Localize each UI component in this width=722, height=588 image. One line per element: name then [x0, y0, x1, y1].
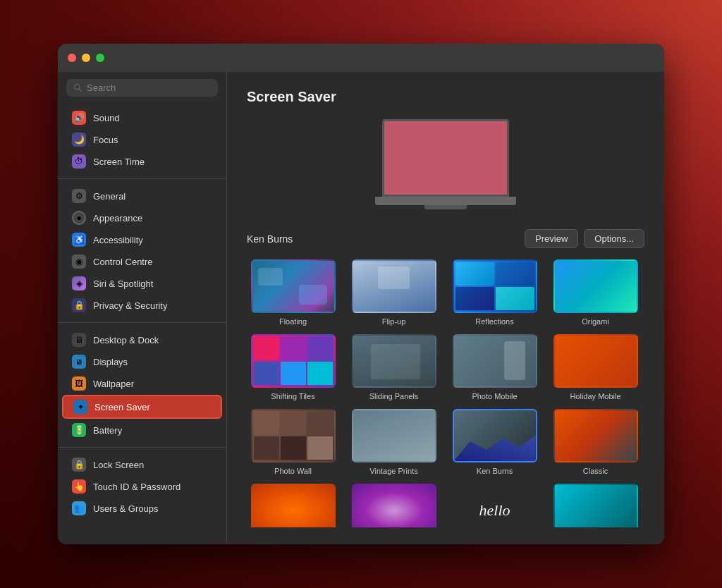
- grid-item-holidaymobile[interactable]: Holiday Mobile: [549, 334, 642, 400]
- control-icon: ◉: [72, 255, 86, 269]
- sidebar-label-touchid: Touch ID & Password: [93, 482, 180, 492]
- users-icon: 👥: [72, 501, 86, 515]
- sidebar-item-users[interactable]: 👥 Users & Groups: [62, 498, 222, 519]
- sidebar-item-focus[interactable]: 🌙 Focus: [62, 129, 222, 150]
- selected-screensaver-name: Ken Burns: [247, 233, 519, 245]
- laptop-screen: [382, 119, 509, 197]
- privacy-icon: 🔒: [72, 298, 86, 312]
- hello-text: hello: [479, 501, 510, 520]
- grid-thumb-row4-4: [553, 484, 638, 527]
- search-bar[interactable]: Search: [66, 79, 218, 97]
- grid-thumb-reflections: [453, 259, 537, 313]
- sidebar-label-displays: Displays: [93, 357, 128, 367]
- sidebar-label-users: Users & Groups: [93, 503, 158, 514]
- grid-item-reflections[interactable]: Reflections: [448, 259, 541, 326]
- sidebar-label-appearance: Appearance: [93, 213, 142, 223]
- grid-thumb-vintage: [352, 409, 436, 463]
- grid-label-floating: Floating: [279, 317, 307, 326]
- sidebar-label-wallpaper: Wallpaper: [93, 379, 134, 389]
- grid-thumb-flipup: [352, 259, 436, 313]
- grid-item-classic[interactable]: Classic: [549, 409, 642, 475]
- sidebar-item-wallpaper[interactable]: 🖼 Wallpaper: [62, 373, 222, 394]
- grid-label-classic: Classic: [583, 467, 608, 475]
- sidebar-item-lockscreen[interactable]: 🔒 Lock Screen: [62, 454, 222, 475]
- sidebar-item-displays[interactable]: 🖥 Displays: [62, 351, 222, 372]
- sidebar: Search 🔊 Sound 🌙 Focus ⏱ Screen Time: [58, 72, 227, 544]
- grid-label-kenburns: Ken Burns: [477, 467, 513, 475]
- minimize-button[interactable]: [82, 54, 90, 62]
- sidebar-label-screensaver: Screen Saver: [94, 402, 150, 412]
- sidebar-item-screensaver[interactable]: ✦ Screen Saver: [62, 395, 222, 419]
- sidebar-item-battery[interactable]: 🔋 Battery: [62, 419, 222, 441]
- sidebar-item-sound[interactable]: 🔊 Sound: [62, 107, 222, 128]
- grid-thumb-sliding: [352, 334, 436, 388]
- options-button[interactable]: Options...: [584, 229, 644, 248]
- grid-item-flipup[interactable]: Flip-up: [348, 259, 440, 326]
- sidebar-item-privacy[interactable]: 🔒 Privacy & Security: [62, 295, 222, 316]
- grid-thumb-origami: [553, 259, 638, 313]
- sidebar-label-desktop: Desktop & Dock: [93, 335, 159, 345]
- content-area: Search 🔊 Sound 🌙 Focus ⏱ Screen Time: [58, 72, 664, 544]
- divider-1: [58, 178, 226, 179]
- grid-item-photowall[interactable]: Photo Wall: [247, 409, 339, 475]
- titlebar: [58, 44, 664, 72]
- maximize-button[interactable]: [96, 54, 104, 62]
- sidebar-label-accessibility: Accessibility: [93, 235, 143, 245]
- grid-thumb-kenburns: [453, 409, 537, 463]
- sidebar-section-last: 🔒 Lock Screen 👆 Touch ID & Password 👥 Us…: [58, 451, 226, 522]
- grid-item-floating[interactable]: Floating: [247, 259, 339, 326]
- grid-item-vintage[interactable]: Vintage Prints: [348, 409, 440, 475]
- grid-item-origami[interactable]: Origami: [549, 259, 642, 326]
- displays-icon: 🖥: [72, 355, 86, 369]
- sidebar-label-lockscreen: Lock Screen: [93, 460, 144, 470]
- grid-label-reflections: Reflections: [475, 317, 513, 326]
- preview-area: [247, 119, 644, 218]
- sidebar-item-screentime[interactable]: ⏱ Screen Time: [62, 151, 222, 172]
- siri-icon: ◈: [72, 276, 86, 290]
- sound-icon: 🔊: [72, 111, 86, 125]
- grid-label-photomobile: Photo Mobile: [472, 392, 517, 400]
- main-window: Search 🔊 Sound 🌙 Focus ⏱ Screen Time: [58, 44, 664, 544]
- grid-item-shifting[interactable]: Shifting Tiles: [247, 334, 339, 400]
- grid-label-origami: Origami: [582, 317, 609, 326]
- grid-item-sliding[interactable]: Sliding Panels: [348, 334, 440, 400]
- grid-thumb-row4-2: [352, 484, 436, 527]
- divider-3: [58, 447, 226, 448]
- preview-button[interactable]: Preview: [525, 229, 578, 248]
- screentime-icon: ⏱: [72, 154, 86, 169]
- sidebar-item-siri[interactable]: ◈ Siri & Spotlight: [62, 273, 222, 294]
- grid-item-row4-4[interactable]: [549, 484, 642, 527]
- focus-icon: 🌙: [72, 133, 86, 147]
- grid-item-row4-3[interactable]: hello: [448, 484, 541, 527]
- grid-thumb-holidaymobile: [553, 334, 638, 388]
- desktop-icon: 🖥: [72, 333, 86, 347]
- sidebar-section-bot: 🖥 Desktop & Dock 🖥 Displays 🖼 Wallpaper …: [58, 326, 226, 444]
- grid-thumb-photomobile: [453, 334, 537, 388]
- close-button[interactable]: [68, 54, 76, 62]
- screensaver-icon: ✦: [73, 400, 87, 414]
- sidebar-label-general: General: [93, 191, 126, 202]
- grid-item-photomobile[interactable]: Photo Mobile: [448, 334, 541, 400]
- grid-label-photowall: Photo Wall: [274, 467, 312, 475]
- sidebar-label-screentime: Screen Time: [93, 157, 145, 167]
- sidebar-label-control: Control Centre: [93, 257, 153, 267]
- sidebar-section-mid: ⚙ General ● Appearance ♿ Accessibility ◉…: [58, 182, 226, 319]
- grid-thumb-row4-1: [251, 484, 336, 527]
- controls-bar: Ken Burns Preview Options...: [247, 229, 644, 248]
- sidebar-item-control[interactable]: ◉ Control Centre: [62, 251, 222, 272]
- grid-thumb-floating: [251, 259, 336, 313]
- sidebar-label-siri: Siri & Spotlight: [93, 278, 153, 289]
- grid-label-vintage: Vintage Prints: [369, 467, 417, 475]
- sidebar-item-touchid[interactable]: 👆 Touch ID & Password: [62, 476, 222, 497]
- sidebar-item-desktop[interactable]: 🖥 Desktop & Dock: [62, 329, 222, 350]
- grid-label-holidaymobile: Holiday Mobile: [570, 392, 620, 400]
- grid-item-kenburns[interactable]: Ken Burns: [448, 409, 541, 475]
- laptop-preview: [368, 119, 523, 218]
- sidebar-item-appearance[interactable]: ● Appearance: [62, 207, 222, 228]
- grid-item-row4-2[interactable]: [348, 484, 440, 527]
- sidebar-item-general[interactable]: ⚙ General: [62, 185, 222, 207]
- grid-item-row4-1[interactable]: [247, 484, 339, 527]
- page-title: Screen Saver: [247, 89, 644, 105]
- grid-thumb-shifting: [251, 334, 336, 388]
- sidebar-item-accessibility[interactable]: ♿ Accessibility: [62, 229, 222, 250]
